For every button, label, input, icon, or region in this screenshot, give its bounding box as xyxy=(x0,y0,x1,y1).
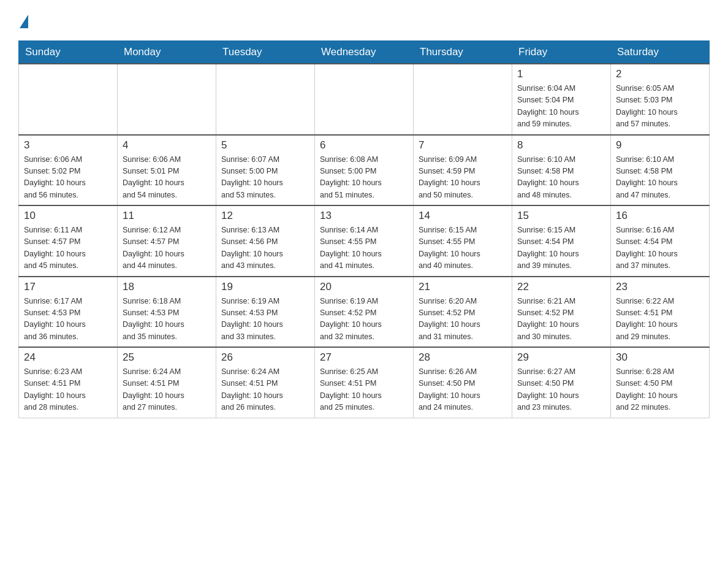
day-info: Sunrise: 6:12 AM Sunset: 4:57 PM Dayligh… xyxy=(123,224,211,272)
day-info: Sunrise: 6:11 AM Sunset: 4:57 PM Dayligh… xyxy=(24,224,112,272)
calendar-cell-4-3: 27Sunrise: 6:25 AM Sunset: 4:51 PM Dayli… xyxy=(315,347,414,418)
day-info: Sunrise: 6:20 AM Sunset: 4:52 PM Dayligh… xyxy=(419,296,507,343)
calendar-table: SundayMondayTuesdayWednesdayThursdayFrid… xyxy=(18,40,710,418)
calendar-cell-1-4: 7Sunrise: 6:09 AM Sunset: 4:59 PM Daylig… xyxy=(414,135,512,206)
day-number: 23 xyxy=(616,281,704,293)
day-info: Sunrise: 6:14 AM Sunset: 4:55 PM Dayligh… xyxy=(320,224,408,272)
calendar-cell-3-5: 22Sunrise: 6:21 AM Sunset: 4:52 PM Dayli… xyxy=(512,277,611,348)
day-number: 15 xyxy=(517,210,605,222)
calendar-cell-3-1: 18Sunrise: 6:18 AM Sunset: 4:53 PM Dayli… xyxy=(118,277,216,348)
calendar-cell-2-6: 16Sunrise: 6:16 AM Sunset: 4:54 PM Dayli… xyxy=(611,205,710,277)
day-number: 1 xyxy=(517,68,605,80)
day-info: Sunrise: 6:13 AM Sunset: 4:56 PM Dayligh… xyxy=(221,224,309,272)
logo xyxy=(18,12,28,28)
day-number: 25 xyxy=(123,351,211,364)
weekday-header-saturday: Saturday xyxy=(611,41,710,64)
day-number: 24 xyxy=(24,351,112,364)
calendar-cell-1-5: 8Sunrise: 6:10 AM Sunset: 4:58 PM Daylig… xyxy=(512,135,611,206)
day-number: 3 xyxy=(24,139,112,151)
day-number: 5 xyxy=(221,139,309,151)
week-row-1: 1Sunrise: 6:04 AM Sunset: 5:04 PM Daylig… xyxy=(19,64,710,135)
day-number: 6 xyxy=(320,139,408,151)
day-number: 29 xyxy=(517,351,605,364)
day-number: 14 xyxy=(419,210,507,222)
calendar-cell-3-4: 21Sunrise: 6:20 AM Sunset: 4:52 PM Dayli… xyxy=(414,277,512,348)
day-info: Sunrise: 6:17 AM Sunset: 4:53 PM Dayligh… xyxy=(24,296,112,343)
calendar-cell-1-0: 3Sunrise: 6:06 AM Sunset: 5:02 PM Daylig… xyxy=(19,135,118,206)
weekday-header-thursday: Thursday xyxy=(414,41,512,64)
page-header xyxy=(18,12,710,28)
calendar-cell-3-3: 20Sunrise: 6:19 AM Sunset: 4:52 PM Dayli… xyxy=(315,277,414,348)
day-number: 26 xyxy=(221,351,309,364)
day-number: 7 xyxy=(419,139,507,151)
calendar-cell-1-2: 5Sunrise: 6:07 AM Sunset: 5:00 PM Daylig… xyxy=(216,135,315,206)
calendar-cell-2-1: 11Sunrise: 6:12 AM Sunset: 4:57 PM Dayli… xyxy=(118,205,216,277)
day-info: Sunrise: 6:26 AM Sunset: 4:50 PM Dayligh… xyxy=(419,366,507,414)
calendar-cell-0-3 xyxy=(315,64,414,135)
calendar-cell-3-6: 23Sunrise: 6:22 AM Sunset: 4:51 PM Dayli… xyxy=(611,277,710,348)
week-row-4: 17Sunrise: 6:17 AM Sunset: 4:53 PM Dayli… xyxy=(19,277,710,348)
day-info: Sunrise: 6:18 AM Sunset: 4:53 PM Dayligh… xyxy=(123,296,211,343)
calendar-cell-2-3: 13Sunrise: 6:14 AM Sunset: 4:55 PM Dayli… xyxy=(315,205,414,277)
calendar-cell-4-2: 26Sunrise: 6:24 AM Sunset: 4:51 PM Dayli… xyxy=(216,347,315,418)
day-info: Sunrise: 6:24 AM Sunset: 4:51 PM Dayligh… xyxy=(221,366,309,414)
calendar-cell-2-0: 10Sunrise: 6:11 AM Sunset: 4:57 PM Dayli… xyxy=(19,205,118,277)
weekday-header-tuesday: Tuesday xyxy=(216,41,315,64)
week-row-5: 24Sunrise: 6:23 AM Sunset: 4:51 PM Dayli… xyxy=(19,347,710,418)
day-info: Sunrise: 6:15 AM Sunset: 4:55 PM Dayligh… xyxy=(419,224,507,272)
calendar-cell-4-5: 29Sunrise: 6:27 AM Sunset: 4:50 PM Dayli… xyxy=(512,347,611,418)
day-number: 19 xyxy=(221,281,309,293)
week-row-2: 3Sunrise: 6:06 AM Sunset: 5:02 PM Daylig… xyxy=(19,135,710,206)
day-number: 16 xyxy=(616,210,704,222)
day-info: Sunrise: 6:06 AM Sunset: 5:02 PM Dayligh… xyxy=(24,154,112,202)
day-number: 10 xyxy=(24,210,112,222)
day-number: 27 xyxy=(320,351,408,364)
weekday-header-friday: Friday xyxy=(512,41,611,64)
day-number: 22 xyxy=(517,281,605,293)
weekday-header-wednesday: Wednesday xyxy=(315,41,414,64)
day-info: Sunrise: 6:06 AM Sunset: 5:01 PM Dayligh… xyxy=(123,154,211,202)
week-row-3: 10Sunrise: 6:11 AM Sunset: 4:57 PM Dayli… xyxy=(19,205,710,277)
calendar-cell-4-0: 24Sunrise: 6:23 AM Sunset: 4:51 PM Dayli… xyxy=(19,347,118,418)
day-number: 17 xyxy=(24,281,112,293)
day-info: Sunrise: 6:10 AM Sunset: 4:58 PM Dayligh… xyxy=(517,154,605,202)
calendar-cell-0-1 xyxy=(118,64,216,135)
day-info: Sunrise: 6:19 AM Sunset: 4:52 PM Dayligh… xyxy=(320,296,408,343)
calendar-cell-0-6: 2Sunrise: 6:05 AM Sunset: 5:03 PM Daylig… xyxy=(611,64,710,135)
day-number: 4 xyxy=(123,139,211,151)
day-info: Sunrise: 6:19 AM Sunset: 4:53 PM Dayligh… xyxy=(221,296,309,343)
weekday-header-row: SundayMondayTuesdayWednesdayThursdayFrid… xyxy=(19,41,710,64)
calendar-cell-1-6: 9Sunrise: 6:10 AM Sunset: 4:58 PM Daylig… xyxy=(611,135,710,206)
calendar-cell-1-1: 4Sunrise: 6:06 AM Sunset: 5:01 PM Daylig… xyxy=(118,135,216,206)
logo-triangle-icon xyxy=(20,15,28,28)
day-number: 28 xyxy=(419,351,507,364)
calendar-cell-2-2: 12Sunrise: 6:13 AM Sunset: 4:56 PM Dayli… xyxy=(216,205,315,277)
calendar-cell-3-0: 17Sunrise: 6:17 AM Sunset: 4:53 PM Dayli… xyxy=(19,277,118,348)
day-info: Sunrise: 6:16 AM Sunset: 4:54 PM Dayligh… xyxy=(616,224,704,272)
calendar-cell-2-5: 15Sunrise: 6:15 AM Sunset: 4:54 PM Dayli… xyxy=(512,205,611,277)
calendar-cell-1-3: 6Sunrise: 6:08 AM Sunset: 5:00 PM Daylig… xyxy=(315,135,414,206)
day-info: Sunrise: 6:21 AM Sunset: 4:52 PM Dayligh… xyxy=(517,296,605,343)
day-number: 12 xyxy=(221,210,309,222)
calendar-cell-3-2: 19Sunrise: 6:19 AM Sunset: 4:53 PM Dayli… xyxy=(216,277,315,348)
weekday-header-sunday: Sunday xyxy=(19,41,118,64)
calendar-cell-0-2 xyxy=(216,64,315,135)
day-number: 2 xyxy=(616,68,704,80)
day-info: Sunrise: 6:09 AM Sunset: 4:59 PM Dayligh… xyxy=(419,154,507,202)
day-number: 9 xyxy=(616,139,704,151)
day-info: Sunrise: 6:05 AM Sunset: 5:03 PM Dayligh… xyxy=(616,83,704,131)
calendar-cell-2-4: 14Sunrise: 6:15 AM Sunset: 4:55 PM Dayli… xyxy=(414,205,512,277)
day-number: 13 xyxy=(320,210,408,222)
calendar-cell-4-4: 28Sunrise: 6:26 AM Sunset: 4:50 PM Dayli… xyxy=(414,347,512,418)
weekday-header-monday: Monday xyxy=(118,41,216,64)
calendar-cell-0-0 xyxy=(19,64,118,135)
day-info: Sunrise: 6:27 AM Sunset: 4:50 PM Dayligh… xyxy=(517,366,605,414)
day-info: Sunrise: 6:04 AM Sunset: 5:04 PM Dayligh… xyxy=(517,83,605,131)
day-number: 30 xyxy=(616,351,704,364)
day-info: Sunrise: 6:28 AM Sunset: 4:50 PM Dayligh… xyxy=(616,366,704,414)
day-info: Sunrise: 6:15 AM Sunset: 4:54 PM Dayligh… xyxy=(517,224,605,272)
day-info: Sunrise: 6:23 AM Sunset: 4:51 PM Dayligh… xyxy=(24,366,112,414)
calendar-cell-0-5: 1Sunrise: 6:04 AM Sunset: 5:04 PM Daylig… xyxy=(512,64,611,135)
day-number: 21 xyxy=(419,281,507,293)
day-info: Sunrise: 6:22 AM Sunset: 4:51 PM Dayligh… xyxy=(616,296,704,343)
